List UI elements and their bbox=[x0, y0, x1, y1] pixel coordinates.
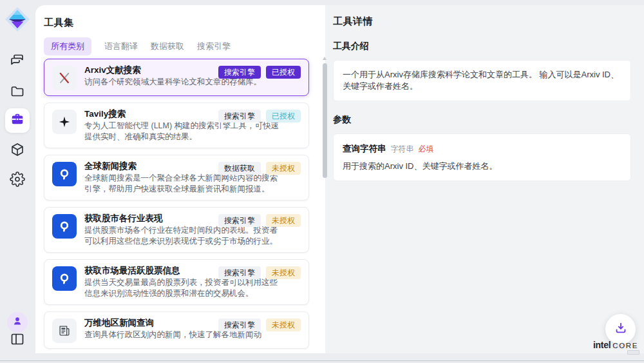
badge-group: 搜索引擎 未授权 bbox=[218, 214, 301, 227]
badge-group: 搜索引擎 已授权 bbox=[218, 66, 301, 79]
tool-description: 提供当天交易量最高的股票列表，投资者可以利用这些信息来识别流动性强的股票和潜在的… bbox=[84, 277, 281, 299]
tools-panel-title: 工具集 bbox=[44, 17, 325, 29]
tool-icon bbox=[52, 266, 77, 291]
tool-icon bbox=[52, 162, 77, 186]
sidebar-item-chat[interactable] bbox=[10, 52, 25, 68]
cube-icon bbox=[10, 142, 25, 157]
intro-heading: 工具介绍 bbox=[333, 41, 631, 52]
tool-description: 提供股票市场各个行业在特定时间段内的表现。投资者可以利用这些信息来识别表现优于或… bbox=[84, 225, 281, 247]
category-badge: 搜索引擎 bbox=[218, 319, 261, 331]
sidebar-item-layout[interactable] bbox=[10, 331, 25, 347]
tool-icon bbox=[52, 214, 77, 239]
tool-card[interactable]: 万维地区新闻查询 查询具体行政区划内的新闻，快速了解各地新闻动 搜索引擎 未授权 bbox=[44, 311, 309, 349]
user-avatar[interactable] bbox=[7, 312, 28, 333]
tool-icon bbox=[52, 110, 77, 134]
params-heading: 参数 bbox=[333, 114, 631, 126]
badge-group: 搜索引擎 未授权 bbox=[218, 319, 301, 331]
auth-badge: 已授权 bbox=[266, 66, 301, 79]
tool-card[interactable]: 获取股市各行业表现 提供股票市场各个行业在特定时间段内的表现。投资者可以利用这些… bbox=[44, 207, 309, 253]
tool-card[interactable]: 全球新闻搜索 全球新闻搜索是一个聚合全球各大新闻网站内容的搜索引擎，帮助用户快速… bbox=[44, 155, 309, 201]
folder-icon bbox=[10, 84, 25, 99]
tab-data-fetch[interactable]: 数据获取 bbox=[151, 41, 184, 52]
chat-icon bbox=[10, 52, 25, 68]
badge-group: 搜索引擎 已授权 bbox=[218, 110, 301, 123]
app-logo-icon bbox=[5, 6, 30, 32]
intro-card: 一个用于从Arxiv存储库搜索科学论文和文章的工具。 输入可以是Arxiv ID… bbox=[333, 60, 631, 101]
param-type: 字符串 bbox=[391, 144, 414, 153]
auth-badge: 未授权 bbox=[266, 266, 301, 279]
toolbox-icon bbox=[10, 112, 24, 129]
category-badge: 搜索引擎 bbox=[218, 110, 261, 123]
sidebar-item-files[interactable] bbox=[10, 84, 25, 99]
intel-wordmark: intel bbox=[593, 340, 611, 350]
main-container: 工具集 所有类别 语言翻译 数据获取 搜索引擎 Arxiv文献搜索 访问各个研究… bbox=[35, 5, 644, 353]
tool-card[interactable]: Arxiv文献搜索 访问各个研究领域大量科学论文和文章的存储库。 搜索引擎 已授… bbox=[44, 59, 309, 96]
category-tabs: 所有类别 语言翻译 数据获取 搜索引擎 bbox=[44, 38, 325, 55]
category-badge: 搜索引擎 bbox=[218, 66, 261, 79]
tool-icon bbox=[52, 319, 77, 343]
param-card: 查询字符串字符串必填 用于搜索的Arxiv ID、关键字或作者姓名。 bbox=[333, 133, 631, 181]
user-avatar-icon bbox=[11, 315, 24, 330]
sidebar-item-packages[interactable] bbox=[10, 142, 25, 157]
details-title: 工具详情 bbox=[333, 15, 631, 28]
tool-description: 专为人工智能代理 (LLM) 构建的搜索引擎工具，可快速提供实时、准确和真实的结… bbox=[84, 121, 281, 142]
tool-card[interactable]: 获取市场最活跃股票信息 提供当天交易量最高的股票列表，投资者可以利用这些信息来识… bbox=[44, 259, 309, 305]
param-required-flag: 必填 bbox=[419, 144, 434, 153]
tab-language-translation[interactable]: 语言翻译 bbox=[104, 41, 138, 52]
auth-badge: 未授权 bbox=[266, 319, 301, 331]
left-sidebar bbox=[0, 0, 35, 363]
auth-badge: 未授权 bbox=[266, 162, 301, 175]
tab-all-categories[interactable]: 所有类别 bbox=[44, 37, 91, 55]
tab-search-engine[interactable]: 搜索引擎 bbox=[197, 41, 231, 52]
list-scrollbar bbox=[323, 55, 327, 349]
auth-badge: 已授权 bbox=[266, 110, 301, 123]
tool-details-panel: 工具详情 工具介绍 一个用于从Arxiv存储库搜索科学论文和文章的工具。 输入可… bbox=[325, 5, 644, 353]
badge-group: 搜索引擎 未授权 bbox=[218, 266, 301, 279]
tool-card[interactable]: Tavily搜索 专为人工智能代理 (LLM) 构建的搜索引擎工具，可快速提供实… bbox=[44, 103, 309, 148]
param-description: 用于搜索的Arxiv ID、关键字或作者姓名。 bbox=[343, 161, 621, 172]
core-wordmark: core bbox=[612, 342, 638, 349]
tool-description: 全球新闻搜索是一个聚合全球各大新闻网站内容的搜索引擎，帮助用户快速获取全球最新资… bbox=[84, 173, 281, 195]
tool-card-list: Arxiv文献搜索 访问各个研究领域大量科学论文和文章的存储库。 搜索引擎 已授… bbox=[44, 59, 309, 349]
layout-panel-icon bbox=[10, 331, 25, 347]
tools-list-panel: 工具集 所有类别 语言翻译 数据获取 搜索引擎 Arxiv文献搜索 访问各个研究… bbox=[35, 5, 325, 353]
auth-badge: 未授权 bbox=[266, 214, 301, 227]
ultra-badge-icon bbox=[627, 350, 639, 355]
scroll-up-arrow-icon[interactable] bbox=[323, 57, 327, 60]
category-badge: 搜索引擎 bbox=[218, 266, 261, 279]
settings-gear-icon bbox=[10, 172, 25, 187]
scrollbar-thumb[interactable] bbox=[323, 63, 327, 178]
category-badge: 搜索引擎 bbox=[218, 214, 261, 227]
download-icon bbox=[614, 321, 628, 338]
param-name: 查询字符串 bbox=[343, 144, 386, 153]
sidebar-item-tools-active[interactable] bbox=[5, 108, 30, 133]
category-badge: 数据获取 bbox=[218, 162, 261, 175]
badge-group: 数据获取 未授权 bbox=[218, 162, 301, 175]
sidebar-item-settings[interactable] bbox=[10, 172, 25, 187]
intel-core-logo: intel core bbox=[593, 340, 638, 350]
tool-icon bbox=[52, 66, 77, 90]
